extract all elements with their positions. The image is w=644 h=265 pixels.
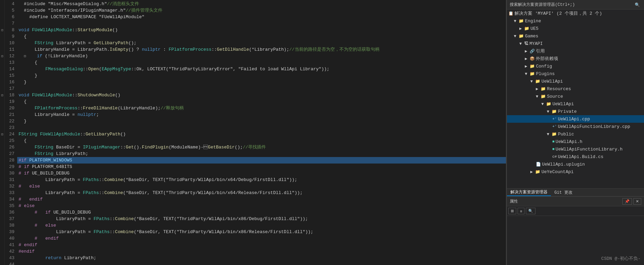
line-number: 38: [8, 222, 14, 229]
code-line[interactable]: {: [17, 98, 506, 105]
code-line[interactable]: if (!LibraryHandle): [17, 53, 506, 59]
tree-item-resources[interactable]: ▶ 📁Resources: [507, 85, 644, 93]
tree-item-source[interactable]: ▼ 📁Source: [507, 93, 644, 100]
gutter-cell: [0, 40, 4, 46]
code-line[interactable]: [17, 20, 506, 27]
tree-item-build-cs[interactable]: c#UeWllApi.Build.cs: [507, 153, 644, 160]
gutter-cell: [0, 118, 4, 124]
tree-item-uewllapi-src[interactable]: ▼ 📁UeWllApi: [507, 100, 644, 108]
line-number: 15: [8, 72, 14, 79]
solution-explorer-search-btn[interactable]: 🔍: [633, 2, 641, 8]
line-number: 18: [8, 92, 14, 98]
tree-item-plugins[interactable]: ▼ 📁Plugins: [507, 70, 644, 77]
code-line[interactable]: FMessageDialog::Open(EAppMsgType::Ok, LO…: [17, 66, 506, 72]
code-line[interactable]: #include "Interfaces/IPluginManager.h"//…: [17, 7, 506, 14]
properties-close-btn[interactable]: ✕: [633, 198, 641, 205]
tree-item-uewllapi-h[interactable]: ■UeWllApi.h: [507, 138, 644, 145]
h-file-icon: ■: [552, 139, 555, 144]
tree-item-uewllapifn-h[interactable]: ■UeWllApiFunctionLibrary.h: [507, 145, 644, 153]
code-line[interactable]: FString LibraryPath;: [17, 150, 506, 157]
tree-label-build-cs: UeWllApi.Build.cs: [558, 154, 603, 159]
tree-label-uewllapi-h: UeWllApi.h: [556, 139, 583, 144]
tab-solution-explorer[interactable]: 解决方案资源管理器: [507, 189, 551, 196]
code-line[interactable]: void FUeWllApiModule::StartupModule(): [17, 27, 506, 33]
code-line[interactable]: # if PLATFORM_64BITS: [17, 164, 506, 170]
code-line[interactable]: }: [17, 118, 506, 124]
tree-item-ue5[interactable]: ▶ 📁UE5: [507, 25, 644, 32]
tree-item-games[interactable]: ▼ 📁Games: [507, 32, 644, 40]
gutter-cell: [0, 261, 4, 265]
code-lines[interactable]: #include "Misc/MessageDialog.h"//消息框头文件 …: [17, 0, 506, 265]
gutter-cell: [0, 248, 4, 255]
prop-toolbar-btn2[interactable]: ≡: [518, 208, 524, 214]
code-line[interactable]: #endif: [17, 248, 506, 255]
code-line[interactable]: void FUeWllApiModule::ShutdownModule(): [17, 92, 506, 98]
tree-item-uewllapi-plugin[interactable]: ▼ 📁UeWllApi: [507, 77, 644, 85]
code-line[interactable]: [17, 261, 506, 265]
tree-item-extdeps[interactable]: ▶ 📦外部依赖项: [507, 55, 644, 62]
tree-item-uewllapifn-cpp[interactable]: +°UeWllApiFunctionLibrary.cpp: [507, 123, 644, 130]
code-line[interactable]: LibraryPath = FPaths::Combine(*BaseDir, …: [17, 190, 506, 196]
tree-label-public: Public: [558, 132, 574, 137]
code-line[interactable]: # if UE_BUILD_DEBUG: [17, 209, 506, 216]
line-number: 24: [8, 131, 14, 137]
code-line[interactable]: # endif: [17, 242, 506, 248]
code-line[interactable]: # endif: [17, 196, 506, 203]
tree-label-extdeps: 外部依赖项: [536, 56, 558, 62]
line-number: 4: [8, 1, 14, 7]
code-line[interactable]: {: [17, 33, 506, 40]
tab-git[interactable]: Git 更改: [551, 189, 576, 196]
gutter-cell: [0, 164, 4, 170]
code-line[interactable]: return LibraryPath;: [17, 255, 506, 261]
code-line[interactable]: }: [17, 72, 506, 79]
line-number: 11: [8, 46, 14, 53]
tree-label-uewllapi-cpp: UeWllApi.cpp: [558, 117, 590, 122]
tree-item-uewllapi-cpp[interactable]: +°UeWllApi.cpp: [507, 115, 644, 123]
tree-item-private[interactable]: ▼ 📁Private: [507, 108, 644, 115]
code-line[interactable]: {: [17, 137, 506, 144]
code-line[interactable]: [17, 85, 506, 92]
code-line[interactable]: # else: [17, 222, 506, 229]
tree-item-public[interactable]: ▼ 📁Public: [507, 130, 644, 138]
code-line[interactable]: FPlatformProcess::FreeDllHandle(LibraryH…: [17, 105, 506, 111]
cpp-file-icon: +°: [552, 124, 557, 129]
prop-toolbar-btn1[interactable]: ⊞: [508, 208, 516, 214]
code-line[interactable]: # else: [17, 203, 506, 209]
tree-item-ref[interactable]: ▶ 🔗引用: [507, 47, 644, 55]
code-line[interactable]: #include "Misc/MessageDialog.h"//消息框头文件: [17, 1, 506, 7]
code-line[interactable]: FString BaseDir = IPluginManager::Get().…: [17, 144, 506, 150]
folder-icon: ▼ 📁: [541, 101, 551, 107]
code-line[interactable]: [17, 124, 506, 131]
properties-pin-btn[interactable]: 📌: [622, 198, 632, 205]
code-line[interactable]: {: [17, 59, 506, 66]
gutter-cell: [0, 157, 4, 164]
line-number: 33: [8, 190, 14, 196]
tree-label-plugins: Plugins: [536, 71, 555, 76]
line-number: 5: [8, 7, 14, 14]
prop-toolbar-btn3[interactable]: 🔍: [526, 208, 535, 214]
tree-item-ueyecountapi[interactable]: ▶ 📁UeYeCountApi: [507, 168, 644, 176]
line-number: 43: [8, 255, 14, 261]
tree-item-config[interactable]: ▶ 📁Config: [507, 62, 644, 70]
code-line[interactable]: FString LibraryPath = GetLibaryPath();: [17, 40, 506, 46]
code-line[interactable]: FString FUeWllApiModule::GetLibaryPath(): [17, 131, 506, 137]
code-line[interactable]: # else: [17, 183, 506, 190]
line-number: 34: [8, 196, 14, 203]
line-number: 10: [8, 40, 14, 46]
code-line[interactable]: LibraryHandle = nullptr;: [17, 111, 506, 118]
code-line[interactable]: LibraryHandle = LibraryPath.IsEmpty() ? …: [17, 46, 506, 53]
code-line[interactable]: # if UE_BUILD_DEBUG: [17, 170, 506, 177]
tree-item-solution[interactable]: 📋解决方案 'MYAPI' (2 个项目，共 2 个): [507, 10, 644, 17]
tree-item-uplugin[interactable]: 📄UeWllApi.uplugin: [507, 160, 644, 168]
tree-item-myapi[interactable]: ▼ 🏗MYAPI: [507, 40, 644, 47]
code-line[interactable]: LibraryPath = FPaths::Combine(*BaseDir, …: [17, 216, 506, 222]
gutter: ⊟⊟⊟⊟: [0, 0, 5, 265]
code-line[interactable]: # endif: [17, 235, 506, 242]
code-line[interactable]: }: [17, 79, 506, 85]
code-line[interactable]: LibraryPath = FPaths::Combine(*BaseDir, …: [17, 229, 506, 235]
code-line[interactable]: LibraryPath = FPaths::Combine(*BaseDir, …: [17, 177, 506, 183]
code-line[interactable]: #if PLATFORM_WINDOWS: [17, 157, 506, 164]
tree-item-engine[interactable]: ▼ 📁Engine: [507, 17, 644, 25]
code-line[interactable]: #define LOCTEXT_NAMESPACE "FUeWllApiModu…: [17, 14, 506, 20]
solution-tree[interactable]: 📋解决方案 'MYAPI' (2 个项目，共 2 个)▼ 📁Engine▶ 📁U…: [507, 10, 644, 188]
